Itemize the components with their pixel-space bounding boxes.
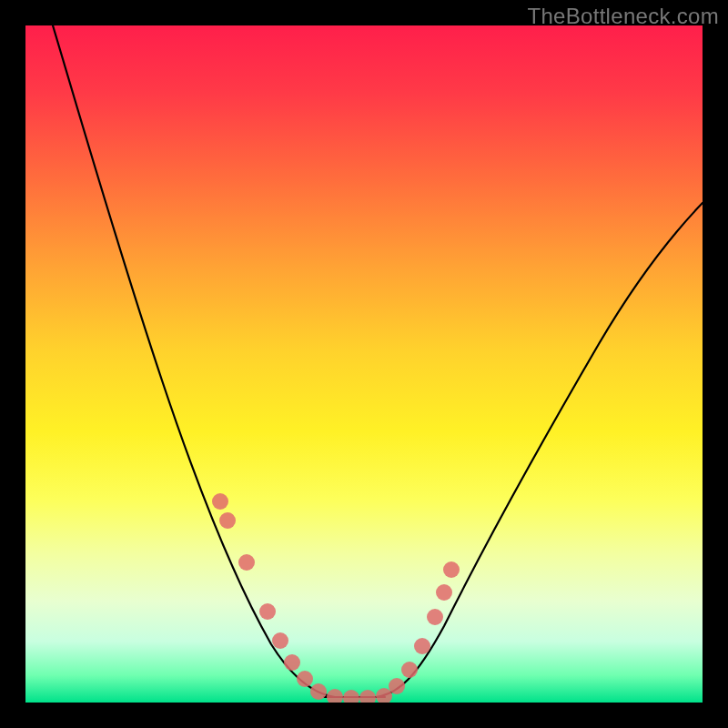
marker-dot bbox=[436, 584, 452, 601]
chart-svg bbox=[25, 25, 703, 703]
marker-dot bbox=[343, 690, 359, 703]
marker-dot bbox=[427, 609, 443, 625]
curve-left-arm bbox=[53, 25, 335, 697]
marker-dot bbox=[219, 512, 236, 529]
marker-dot bbox=[238, 554, 255, 571]
marker-dot bbox=[284, 654, 300, 671]
marker-dot bbox=[401, 662, 418, 678]
marker-dot bbox=[389, 678, 405, 694]
marker-dot bbox=[310, 683, 327, 700]
watermark-text: TheBottleneck.com bbox=[527, 4, 719, 29]
marker-dot bbox=[259, 603, 276, 620]
marker-dot bbox=[212, 493, 228, 510]
marker-dot bbox=[359, 690, 376, 703]
marker-dot bbox=[443, 561, 460, 578]
marker-dot bbox=[272, 632, 288, 649]
marker-dot bbox=[414, 638, 430, 654]
curve-right-arm bbox=[376, 203, 703, 697]
marker-dot bbox=[327, 689, 343, 703]
chart-gradient-frame bbox=[25, 25, 703, 703]
marker-dot bbox=[297, 671, 313, 687]
